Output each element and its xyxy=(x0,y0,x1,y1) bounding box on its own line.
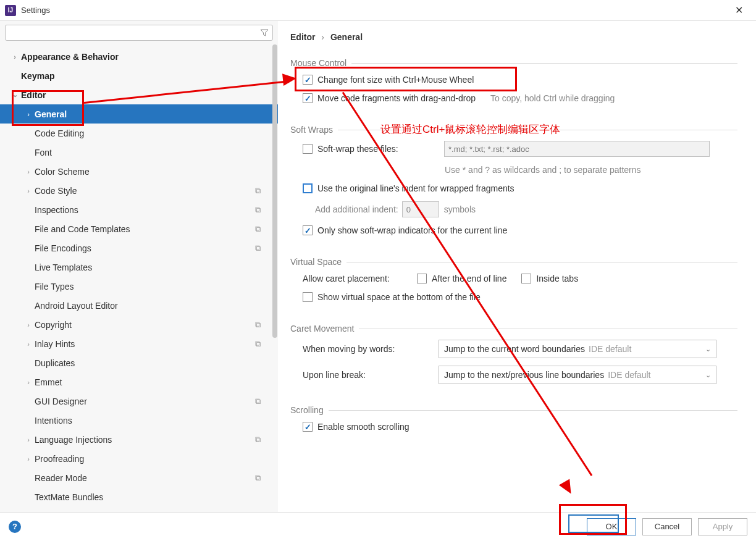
input-add-indent[interactable] xyxy=(402,201,439,217)
tree-appearance[interactable]: ›Appearance & Behavior xyxy=(0,47,278,66)
tree-code-editing[interactable]: Code Editing xyxy=(0,124,278,143)
help-button[interactable]: ? xyxy=(9,521,21,533)
window-title: Settings xyxy=(21,6,726,15)
scheme-icon: ⧉ xyxy=(255,224,261,234)
label-inside-tabs: Inside tabs xyxy=(536,274,578,283)
section-mouse-control: Mouse Control xyxy=(290,58,737,68)
hint-move: To copy, hold Ctrl while dragging xyxy=(490,93,615,103)
tree-lang-injections[interactable]: ›Language Injections⧉ xyxy=(0,430,278,449)
label-change-font: Change font size with Ctrl+Mouse Wheel xyxy=(317,75,474,85)
checkbox-change-font[interactable] xyxy=(303,75,313,85)
checkbox-smooth-scroll[interactable] xyxy=(303,422,313,432)
label-show-virtual: Show virtual space at the bottom of the … xyxy=(317,292,481,302)
dialog-footer: ? OK Cancel Apply xyxy=(0,512,756,540)
tree-live-templates[interactable]: Live Templates xyxy=(0,258,278,277)
checkbox-softwrap-indicators[interactable] xyxy=(303,225,313,235)
label-add-indent: Add additional indent: xyxy=(315,204,398,214)
apply-button[interactable]: Apply xyxy=(698,518,747,535)
checkbox-original-indent[interactable] xyxy=(303,183,313,193)
settings-tree: ›Appearance & Behavior Keymap ⌄Editor ›G… xyxy=(0,44,278,512)
cancel-button[interactable]: Cancel xyxy=(642,518,692,535)
select-upon-break[interactable]: Jump to the next/previous line boundarie… xyxy=(439,366,716,384)
tree-duplicates[interactable]: Duplicates xyxy=(0,353,278,372)
checkbox-move-fragments[interactable] xyxy=(303,93,313,103)
label-softwrap: Soft-wrap these files: xyxy=(317,144,413,154)
tree-file-encodings[interactable]: File Encodings⧉ xyxy=(0,238,278,258)
tree-reader-mode[interactable]: Reader Mode⧉ xyxy=(0,468,278,487)
section-soft-wraps: Soft Wraps xyxy=(290,125,737,135)
chevron-down-icon: ⌄ xyxy=(705,371,711,379)
scheme-icon: ⧉ xyxy=(255,320,261,330)
titlebar: IJ Settings ✕ xyxy=(0,0,756,21)
section-caret-movement: Caret Movement xyxy=(290,324,737,333)
tree-inlay-hints[interactable]: ›Inlay Hints⧉ xyxy=(0,334,278,353)
main-panel: Editor › General Mouse Control Change fo… xyxy=(278,21,756,512)
scheme-icon: ⧉ xyxy=(255,396,261,406)
tree-file-types[interactable]: File Types xyxy=(0,277,278,296)
close-button[interactable]: ✕ xyxy=(726,1,751,20)
app-icon: IJ xyxy=(5,5,16,16)
scheme-icon: ⧉ xyxy=(255,339,261,349)
filter-icon[interactable] xyxy=(259,28,269,38)
scheme-icon: ⧉ xyxy=(255,205,261,215)
tree-color-scheme[interactable]: ›Color Scheme xyxy=(0,162,278,181)
breadcrumb: Editor › General xyxy=(278,21,750,46)
hint-softwrap: Use * and ? as wildcards and ; to separa… xyxy=(445,165,641,175)
section-virtual-space: Virtual Space xyxy=(290,257,737,267)
select-moving-words[interactable]: Jump to the current word boundariesIDE d… xyxy=(439,340,716,358)
settings-sidebar: ›Appearance & Behavior Keymap ⌄Editor ›G… xyxy=(0,21,278,512)
tree-gui-designer[interactable]: GUI Designer⧉ xyxy=(0,392,278,411)
tree-inspections[interactable]: Inspections⧉ xyxy=(0,200,278,219)
label-upon-break: Upon line break: xyxy=(303,370,439,380)
chevron-down-icon: ⌄ xyxy=(705,345,711,353)
checkbox-inside-tabs[interactable] xyxy=(521,274,531,283)
tree-general[interactable]: ›General xyxy=(0,104,278,124)
tree-keymap[interactable]: Keymap xyxy=(0,66,278,85)
tree-font[interactable]: Font xyxy=(0,143,278,162)
tree-textmate[interactable]: TextMate Bundles xyxy=(0,487,278,506)
ok-button[interactable]: OK xyxy=(587,518,636,535)
tree-emmet[interactable]: ›Emmet xyxy=(0,372,278,392)
section-scrolling: Scrolling xyxy=(290,405,737,415)
label-original-indent: Use the original line's indent for wrapp… xyxy=(317,183,514,193)
scheme-icon: ⧉ xyxy=(255,243,261,253)
checkbox-show-virtual[interactable] xyxy=(303,292,313,302)
content: Mouse Control Change font size with Ctrl… xyxy=(278,46,750,512)
label-softwrap-indicators: Only show soft-wrap indicators for the c… xyxy=(317,225,507,235)
scheme-icon: ⧉ xyxy=(255,473,261,483)
tree-code-style[interactable]: ›Code Style⧉ xyxy=(0,181,278,200)
tree-android-layout[interactable]: Android Layout Editor xyxy=(0,296,278,315)
tree-proofreading[interactable]: ›Proofreading xyxy=(0,449,278,468)
label-move-fragments: Move code fragments with drag-and-drop xyxy=(317,93,476,103)
checkbox-softwrap[interactable] xyxy=(303,144,313,154)
scheme-icon: ⧉ xyxy=(255,186,261,196)
label-symbols: symbols xyxy=(444,204,476,214)
label-moving-words: When moving by words: xyxy=(303,344,439,354)
label-smooth-scroll: Enable smooth scrolling xyxy=(317,422,410,432)
tree-copyright[interactable]: ›Copyright⧉ xyxy=(0,315,278,334)
tree-editor[interactable]: ⌄Editor xyxy=(0,85,278,104)
scheme-icon: ⧉ xyxy=(255,435,261,445)
tree-file-code-templates[interactable]: File and Code Templates⧉ xyxy=(0,219,278,238)
search-input[interactable] xyxy=(5,25,273,41)
label-allow-caret: Allow caret placement: xyxy=(303,274,417,283)
checkbox-after-eol[interactable] xyxy=(417,274,427,283)
input-softwrap-patterns[interactable] xyxy=(444,141,710,157)
label-after-eol: After the end of line xyxy=(432,274,506,283)
tree-intentions[interactable]: Intentions xyxy=(0,411,278,430)
